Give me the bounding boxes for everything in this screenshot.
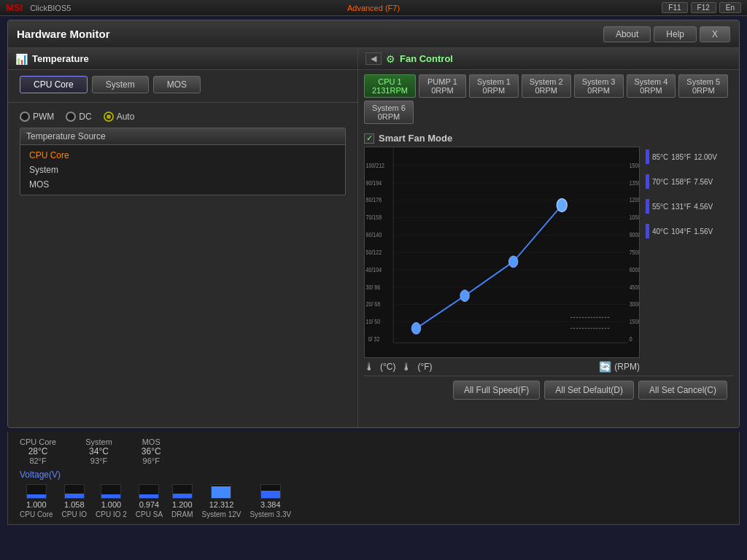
tab-cpu-core[interactable]: CPU Core (20, 76, 88, 93)
voltage-value-3: 0.974 (139, 500, 160, 509)
fan-btn-sys3-label: System 3 (582, 77, 616, 86)
fan-btn-sys4[interactable]: System 4 0RPM (627, 74, 676, 98)
bottom-mos-label: MOS (142, 438, 160, 446)
bottom-system-label: System (85, 438, 112, 446)
voltage-name-5: System 12V (202, 510, 241, 518)
fan-btn-sys5[interactable]: System 5 0RPM (678, 74, 728, 98)
fan-btn-cpu1[interactable]: CPU 1 2131RPM (364, 74, 416, 98)
svg-text:0: 0 (630, 335, 632, 343)
temperature-source-list: CPU Core System MOS (20, 145, 345, 195)
celsius-unit: (°C) (380, 362, 395, 372)
fahrenheit-unit: (°F) (417, 362, 432, 372)
tab-mos[interactable]: MOS (153, 76, 201, 93)
temperature-icon: 📊 (15, 53, 28, 65)
source-cpu-core[interactable]: CPU Core (20, 148, 345, 163)
pwm-radio-label[interactable]: PWM (20, 112, 54, 122)
fan-btn-sys6-label: System 6 (372, 104, 406, 112)
all-full-speed-button[interactable]: All Full Speed(F) (453, 381, 540, 400)
dc-radio-label[interactable]: DC (66, 112, 91, 122)
legend-bar-4 (646, 224, 649, 238)
voltage-bars: 1.000CPU Core1.058CPU IO1.000CPU IO 20.9… (20, 484, 727, 518)
main-window: Hardware Monitor About Help X 📊 Temperat… (7, 20, 740, 428)
all-set-default-button[interactable]: All Set Default(D) (544, 381, 634, 400)
voltage-name-0: CPU Core (20, 510, 53, 518)
fan-selector: CPU 1 2131RPM PUMP 1 0RPM System 1 0RPM … (358, 70, 739, 128)
temperature-source-header: Temperature Source (20, 128, 345, 145)
legend-item-3: 55°C 131°F 4.56V (646, 199, 733, 214)
fan-control-title: Fan Control (400, 53, 453, 64)
temperature-section-header: 📊 Temperature (8, 48, 357, 70)
legend-label-2: 70°C (652, 178, 668, 186)
voltage-bar-container-1 (64, 484, 85, 499)
svg-text:90/194: 90/194 (366, 179, 382, 187)
f12-btn[interactable]: F12 (691, 2, 716, 13)
legend-item-1: 85°C 185°F 12.00V (646, 149, 733, 164)
rpm-unit: (RPM) (614, 362, 640, 372)
fan-chart[interactable]: 100/212 90/194 80/176 70/158 60/140 50/1… (364, 147, 640, 358)
dc-radio[interactable] (66, 112, 76, 122)
voltage-bar-container-5 (211, 484, 231, 499)
bottom-cpu-fahrenheit: 82°F (29, 456, 46, 465)
dc-label: DC (79, 112, 91, 122)
thermometer-icon: 🌡 (364, 361, 374, 373)
svg-text:15000: 15000 (630, 162, 639, 169)
svg-text:13500: 13500 (630, 179, 639, 187)
fan-icon: ⚙ (386, 53, 395, 65)
auto-radio-label[interactable]: Auto (104, 112, 135, 122)
thermometer-f-icon: 🌡 (401, 361, 411, 373)
svg-text:10/ 50: 10/ 50 (366, 319, 381, 326)
bottom-temp-mos: MOS 36°C 96°F (142, 438, 161, 465)
smart-fan-header: ✓ Smart Fan Mode (364, 133, 733, 144)
svg-text:100/212: 100/212 (366, 162, 385, 169)
voltage-value-2: 1.000 (101, 500, 122, 509)
bottom-system-celsius: 34°C (89, 446, 109, 456)
voltage-bar-fill-6 (261, 491, 280, 498)
voltage-value-0: 1.000 (26, 500, 47, 509)
fan-btn-sys2[interactable]: System 2 0RPM (522, 74, 571, 98)
svg-point-36 (460, 290, 470, 302)
fan-nav-left[interactable]: ◀ (365, 52, 382, 65)
help-button[interactable]: Help (654, 26, 697, 42)
smart-fan-checkbox[interactable]: ✓ (364, 133, 374, 144)
voltage-bar-fill-0 (27, 494, 46, 498)
close-button[interactable]: X (700, 26, 730, 42)
fan-btn-sys6[interactable]: System 6 0RPM (364, 101, 414, 124)
voltage-item-0: 1.000CPU Core (20, 484, 53, 518)
fan-btn-pump1[interactable]: PUMP 1 0RPM (419, 74, 466, 98)
tab-system[interactable]: System (92, 76, 149, 93)
fan-section-header: ◀ ⚙ Fan Control (358, 48, 739, 70)
about-button[interactable]: About (603, 26, 651, 42)
bottom-status: CPU Core 28°C 82°F System 34°C 93°F MOS … (7, 432, 740, 525)
msi-logo: MSI (6, 2, 23, 13)
voltage-value-6: 3.384 (260, 500, 281, 509)
bottom-mos-fahrenheit: 96°F (143, 456, 160, 465)
svg-text:20/ 68: 20/ 68 (366, 301, 381, 308)
auto-radio[interactable] (104, 112, 114, 122)
svg-text:3000: 3000 (630, 301, 639, 308)
all-set-cancel-button[interactable]: All Set Cancel(C) (638, 381, 727, 400)
fan-btn-sys1[interactable]: System 1 0RPM (469, 74, 519, 98)
source-system[interactable]: System (20, 163, 345, 177)
voltage-value-5: 12.312 (209, 500, 234, 509)
voltage-item-3: 0.974CPU SA (136, 484, 163, 518)
lang-btn[interactable]: En (719, 2, 741, 13)
svg-text:30/ 86: 30/ 86 (366, 284, 381, 291)
legend-bar-1 (646, 149, 649, 164)
fan-btn-pump1-rpm: 0RPM (427, 86, 458, 95)
svg-text:10500: 10500 (630, 214, 639, 222)
voltage-item-4: 1.200DRAM (171, 484, 193, 518)
auto-label: Auto (117, 112, 135, 122)
svg-text:7500: 7500 (630, 249, 639, 256)
svg-text:80/176: 80/176 (366, 197, 382, 204)
bottom-temp-system: System 34°C 93°F (85, 438, 112, 465)
fan-btn-sys3[interactable]: System 3 0RPM (574, 74, 624, 98)
fan-btn-sys1-rpm: 0RPM (477, 86, 511, 95)
svg-text:12000: 12000 (630, 197, 639, 204)
voltage-name-1: CPU IO (62, 510, 87, 518)
legend-v-2: 7.56V (694, 178, 713, 186)
source-mos[interactable]: MOS (20, 177, 345, 192)
voltage-bar-fill-5 (212, 486, 231, 498)
pwm-radio[interactable] (20, 112, 30, 122)
f11-btn[interactable]: F11 (662, 2, 687, 13)
legend-f-4: 104°F (671, 228, 691, 236)
